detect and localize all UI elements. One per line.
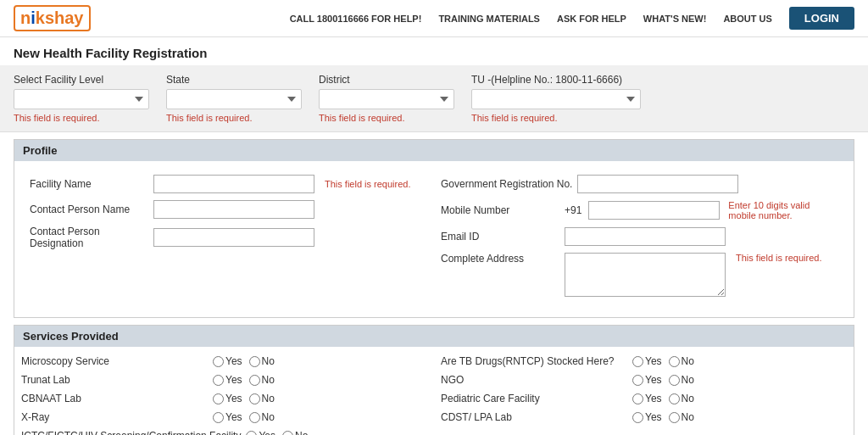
- district-label: District: [319, 74, 454, 86]
- tb-drugs-yes-option[interactable]: Yes: [632, 355, 662, 367]
- profile-grid: Facility Name This field is required. Co…: [23, 171, 845, 307]
- ngo-no-option[interactable]: No: [669, 374, 694, 386]
- nav-call[interactable]: CALL 1800116666 FOR HELP!: [290, 14, 422, 24]
- contact-name-row: Contact Person Name: [30, 200, 427, 219]
- address-row: Complete Address This field is required.: [441, 253, 838, 297]
- tu-error: This field is required.: [471, 113, 641, 123]
- ngo-yes-radio[interactable]: [632, 375, 643, 386]
- facility-level-error: This field is required.: [14, 113, 149, 123]
- microscopy-no-option[interactable]: No: [249, 355, 275, 367]
- xray-no-option[interactable]: No: [249, 411, 275, 423]
- service-row-ngo: NGO Yes No: [434, 371, 854, 389]
- email-row: Email ID: [441, 227, 838, 246]
- state-error: This field is required.: [166, 113, 302, 123]
- tb-drugs-yes-label: Yes: [645, 355, 662, 367]
- cdst-yes-radio[interactable]: [632, 412, 643, 423]
- pediatric-yes-label: Yes: [645, 393, 662, 404]
- xray-yes-radio[interactable]: [213, 412, 224, 423]
- facility-name-label: Facility Name: [30, 178, 148, 190]
- district-error: This field is required.: [319, 113, 454, 123]
- cbnaat-no-option[interactable]: No: [249, 393, 275, 404]
- nav-ask[interactable]: ASK FOR HELP: [557, 14, 626, 24]
- trunat-yes-radio[interactable]: [213, 375, 224, 386]
- xray-no-radio[interactable]: [249, 412, 260, 423]
- facility-level-select[interactable]: [14, 89, 149, 109]
- cbnaat-no-radio[interactable]: [249, 393, 260, 404]
- tb-drugs-no-radio[interactable]: [669, 356, 680, 367]
- ictc-yes-radio[interactable]: [246, 431, 257, 436]
- nav-whats-new[interactable]: WHAT'S NEW!: [643, 14, 707, 24]
- govt-reg-row: Government Registration No.: [441, 175, 838, 193]
- xray-label: X-Ray: [21, 411, 208, 423]
- email-input[interactable]: [565, 227, 726, 246]
- pediatric-yes-radio[interactable]: [632, 393, 643, 404]
- tb-drugs-no-option[interactable]: No: [669, 355, 694, 367]
- logo: nikshay: [14, 5, 91, 31]
- contact-name-input[interactable]: [153, 200, 314, 219]
- xray-yes-option[interactable]: Yes: [213, 411, 242, 423]
- pediatric-no-option[interactable]: No: [669, 393, 694, 404]
- mobile-input[interactable]: [588, 201, 720, 220]
- ictc-no-radio[interactable]: [282, 431, 293, 436]
- microscopy-radio-group: Yes No: [213, 355, 278, 367]
- contact-designation-label: Contact Person Designation: [30, 226, 148, 249]
- trunat-label: Trunat Lab: [21, 374, 208, 386]
- cbnaat-label: CBNAAT Lab: [21, 393, 208, 404]
- pediatric-no-radio[interactable]: [669, 393, 680, 404]
- login-button[interactable]: LOGIN: [789, 7, 854, 30]
- microscopy-yes-label: Yes: [225, 355, 242, 367]
- cdst-yes-label: Yes: [645, 411, 662, 423]
- facility-name-row: Facility Name This field is required.: [30, 175, 427, 193]
- tu-label: TU -(Helpline No.: 1800-11-6666): [471, 74, 641, 86]
- microscopy-yes-option[interactable]: Yes: [213, 355, 242, 367]
- tb-drugs-label: Are TB Drugs(RNTCP) Stocked Here?: [441, 355, 627, 367]
- profile-section-header: Profile: [14, 140, 854, 161]
- tu-group: TU -(Helpline No.: 1800-11-6666) This fi…: [471, 74, 641, 123]
- facility-level-label: Select Facility Level: [14, 74, 149, 86]
- service-row-pediatric: Pediatric Care Facility Yes No: [434, 389, 854, 408]
- microscopy-no-radio[interactable]: [249, 356, 260, 367]
- cdst-yes-option[interactable]: Yes: [632, 411, 662, 423]
- service-row-xray: X-Ray Yes No: [14, 408, 434, 427]
- ngo-yes-option[interactable]: Yes: [632, 374, 662, 386]
- nav-about[interactable]: ABOUT US: [723, 14, 771, 24]
- cbnaat-yes-option[interactable]: Yes: [213, 393, 242, 404]
- trunat-yes-option[interactable]: Yes: [213, 374, 242, 386]
- pediatric-yes-option[interactable]: Yes: [632, 393, 662, 404]
- service-row-cbnaat: CBNAAT Lab Yes No: [14, 389, 434, 408]
- mobile-prefix: +91: [565, 204, 581, 216]
- ngo-no-label: No: [682, 374, 694, 386]
- ngo-radio-group: Yes No: [632, 374, 698, 386]
- trunat-radio-group: Yes No: [213, 374, 278, 386]
- trunat-yes-label: Yes: [225, 374, 242, 386]
- ictc-no-option[interactable]: No: [282, 430, 308, 435]
- district-select[interactable]: [319, 89, 454, 109]
- xray-yes-label: Yes: [225, 411, 242, 423]
- ictc-yes-option[interactable]: Yes: [246, 430, 275, 435]
- tb-drugs-yes-radio[interactable]: [632, 356, 643, 367]
- govt-reg-input[interactable]: [577, 175, 738, 193]
- cbnaat-yes-radio[interactable]: [213, 393, 224, 404]
- address-textarea[interactable]: [565, 253, 726, 297]
- trunat-no-radio[interactable]: [249, 375, 260, 386]
- facility-level-group: Select Facility Level This field is requ…: [14, 74, 149, 123]
- page-title: New Health Facility Registration: [0, 37, 868, 65]
- services-right: Are TB Drugs(RNTCP) Stocked Here? Yes No: [434, 352, 854, 435]
- tu-select[interactable]: [471, 89, 641, 109]
- contact-designation-input[interactable]: [153, 228, 314, 247]
- cdst-no-option[interactable]: No: [669, 411, 694, 423]
- ictc-label: ICTC/FICTC/HIV Screening/Confirmation Fa…: [21, 430, 241, 435]
- cdst-no-radio[interactable]: [669, 412, 680, 423]
- nav-training[interactable]: TRAINING MATERIALS: [438, 14, 540, 24]
- pediatric-label: Pediatric Care Facility: [441, 393, 627, 404]
- trunat-no-option[interactable]: No: [249, 374, 275, 386]
- cdst-label: CDST/ LPA Lab: [441, 411, 627, 423]
- profile-right: Government Registration No. Mobile Numbe…: [434, 171, 845, 307]
- state-select[interactable]: [166, 89, 302, 109]
- nav: CALL 1800116666 FOR HELP! TRAINING MATER…: [290, 7, 854, 30]
- pediatric-no-label: No: [682, 393, 694, 404]
- facility-name-input[interactable]: [153, 175, 314, 193]
- ngo-yes-label: Yes: [645, 374, 662, 386]
- microscopy-yes-radio[interactable]: [213, 356, 224, 367]
- ngo-no-radio[interactable]: [669, 375, 680, 386]
